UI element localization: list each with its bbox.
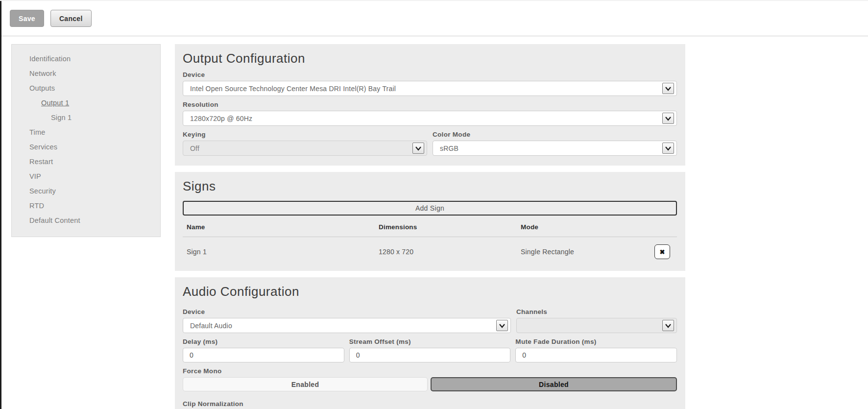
output-configuration-title: Output Configuration [183, 51, 677, 66]
keying-select-value: Off [190, 144, 412, 152]
output-configuration-panel: Output Configuration Device Intel Open S… [175, 44, 685, 166]
device-select-value: Intel Open Source Technology Center Mesa… [190, 85, 662, 93]
sidebar-item-sign-1[interactable]: Sign 1 [12, 110, 160, 125]
sidebar-item-network[interactable]: Network [12, 66, 160, 81]
device-label: Device [183, 71, 677, 78]
channels-label: Channels [516, 308, 677, 315]
delete-sign-button[interactable]: ✖ [654, 244, 670, 259]
audio-configuration-panel: Audio Configuration Device Default Audio… [175, 277, 685, 409]
mute-fade-duration-label: Mute Fade Duration (ms) [515, 338, 677, 345]
save-button[interactable]: Save [10, 10, 44, 27]
delay-input[interactable] [183, 348, 344, 362]
audio-device-label: Device [183, 308, 511, 315]
delay-label: Delay (ms) [183, 338, 344, 345]
signs-panel: Signs Add Sign Name Dimensions Mode Sign… [175, 172, 685, 271]
sidebar-item-rtd[interactable]: RTD [12, 198, 160, 213]
sidebar-item-time[interactable]: Time [12, 125, 160, 140]
device-select[interactable]: Intel Open Source Technology Center Mesa… [183, 81, 677, 96]
channels-select[interactable] [516, 318, 677, 333]
audio-device-select-value: Default Audio [190, 322, 496, 330]
signs-table-header: Name Dimensions Mode [183, 216, 677, 237]
sidebar-item-output-1[interactable]: Output 1 [12, 96, 160, 110]
chevron-down-icon [662, 113, 674, 124]
sign-name: Sign 1 [187, 248, 379, 256]
sidebar-item-identification[interactable]: Identification [12, 51, 160, 66]
color-mode-label: Color Mode [433, 131, 677, 138]
color-mode-select-value: sRGB [440, 144, 662, 152]
audio-configuration-title: Audio Configuration [183, 284, 677, 299]
signs-col-name: Name [187, 223, 379, 231]
sign-dimensions: 1280 x 720 [379, 248, 521, 256]
resolution-label: Resolution [183, 101, 677, 108]
signs-col-dimensions: Dimensions [379, 223, 521, 231]
sidebar-item-services[interactable]: Services [12, 140, 160, 154]
resolution-select[interactable]: 1280x720p @ 60Hz [183, 111, 677, 126]
keying-label: Keying [183, 131, 427, 138]
signs-title: Signs [183, 179, 677, 194]
audio-device-select[interactable]: Default Audio [183, 318, 511, 333]
force-mono-enabled-option[interactable]: Enabled [183, 377, 428, 391]
signs-col-mode: Mode [521, 223, 654, 231]
sidebar-nav: Identification Network Outputs Output 1 … [11, 44, 161, 237]
add-sign-button[interactable]: Add Sign [183, 201, 677, 216]
window-left-edge [0, 1, 1, 409]
force-mono-label: Force Mono [183, 367, 677, 375]
mute-fade-duration-input[interactable] [515, 348, 677, 362]
sidebar-item-vip[interactable]: VIP [12, 169, 160, 184]
stream-offset-label: Stream Offset (ms) [349, 338, 511, 345]
chevron-down-icon [662, 83, 674, 94]
sign-mode: Single Rectangle [521, 248, 654, 256]
keying-select[interactable]: Off [183, 141, 427, 156]
force-mono-toggle: Enabled Disabled [183, 377, 677, 391]
chevron-down-icon [496, 320, 508, 331]
toolbar: Save Cancel [0, 1, 868, 27]
close-icon: ✖ [660, 248, 665, 256]
resolution-select-value: 1280x720p @ 60Hz [190, 115, 662, 122]
sidebar-item-restart[interactable]: Restart [12, 154, 160, 169]
stream-offset-input[interactable] [349, 348, 511, 362]
color-mode-select[interactable]: sRGB [433, 141, 677, 156]
chevron-down-icon [412, 143, 424, 154]
force-mono-disabled-option[interactable]: Disabled [431, 377, 677, 391]
clip-normalization-label: Clip Normalization [183, 400, 677, 408]
sidebar-item-default-content[interactable]: Default Content [12, 213, 160, 228]
chevron-down-icon [662, 143, 674, 154]
chevron-down-icon [662, 320, 674, 331]
sidebar-item-outputs[interactable]: Outputs [12, 81, 160, 96]
sidebar-item-security[interactable]: Security [12, 184, 160, 198]
cancel-button[interactable]: Cancel [50, 10, 92, 27]
sign-table-row: Sign 1 1280 x 720 Single Rectangle ✖ [183, 237, 677, 261]
